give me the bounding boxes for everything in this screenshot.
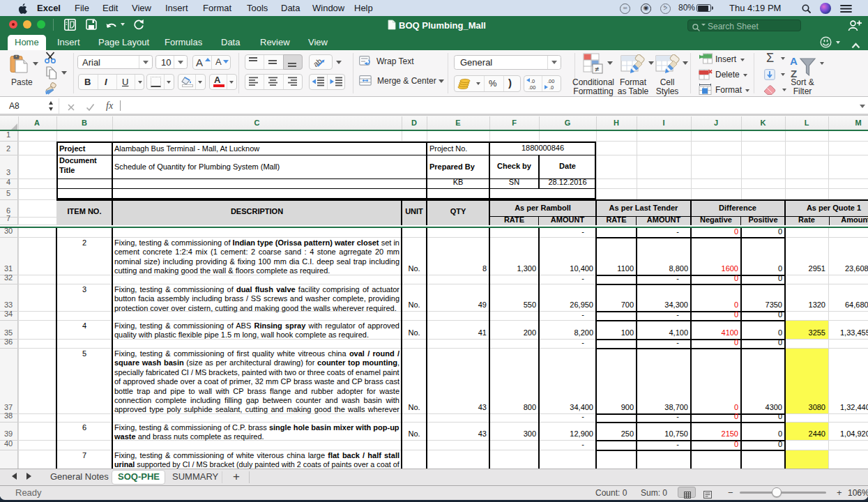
svg-text:.00: .00 bbox=[528, 84, 535, 91]
svg-text:.0: .0 bbox=[549, 84, 554, 91]
svg-text:≠: ≠ bbox=[595, 65, 599, 73]
svg-text:.0: .0 bbox=[531, 78, 535, 84]
svg-text:.00: .00 bbox=[547, 78, 554, 84]
svg-text:A: A bbox=[790, 55, 798, 67]
